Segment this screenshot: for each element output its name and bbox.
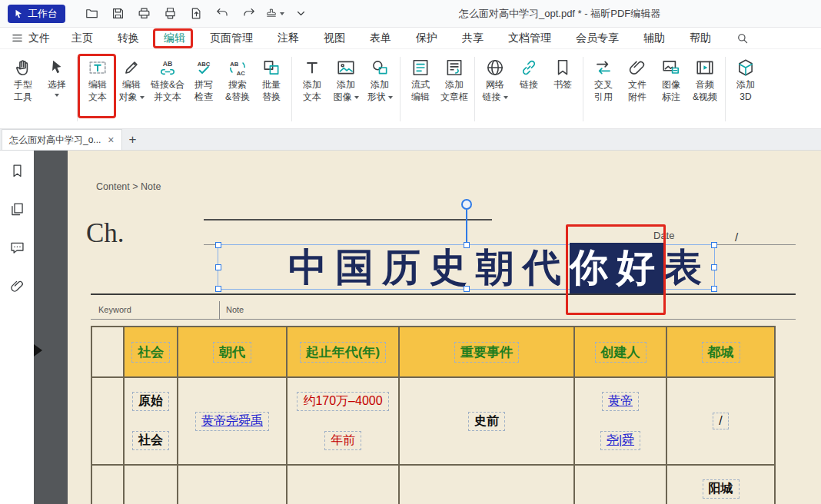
tool-link[interactable]: 链接: [512, 57, 546, 91]
menu-item-file[interactable]: 文件: [0, 28, 59, 48]
keyword-label: Keyword: [98, 305, 131, 314]
workspace-button-label: 工作台: [28, 7, 58, 21]
ribbon-separator: [291, 57, 292, 121]
table-cell-dynasty[interactable]: 黄帝尧舜禹: [178, 378, 288, 466]
tool-spell-check[interactable]: ABC 拼写 检查: [187, 57, 221, 103]
menu-item-edit[interactable]: 编辑: [151, 28, 198, 48]
export-button[interactable]: [187, 4, 206, 23]
tool-flow-edit[interactable]: 流式 编辑: [404, 57, 437, 103]
dropdown-caret-icon: [504, 96, 508, 99]
tool-link-merge-text[interactable]: AB 链接&合 并文本: [148, 57, 187, 103]
window-title: 怎么面对高中学习_opt.pdf * - 福昕PDF编辑器: [459, 0, 660, 28]
resize-handle[interactable]: [464, 242, 470, 248]
text-selection-box[interactable]: 中国历史朝代你好表: [218, 244, 715, 290]
stamp-icon: [265, 6, 278, 21]
quick-print-button[interactable]: [161, 4, 180, 23]
tab-close-icon[interactable]: ×: [108, 134, 114, 145]
menu-item-convert[interactable]: 转换: [105, 28, 151, 48]
printer-icon: [137, 6, 151, 21]
attachments-panel-button[interactable]: [8, 277, 26, 295]
svg-text:AB: AB: [230, 61, 238, 68]
tool-search-replace[interactable]: ABAC 搜索 &替换: [221, 57, 254, 103]
resize-handle[interactable]: [711, 264, 717, 270]
foxit-cursor-icon: [13, 8, 24, 19]
tool-batch-replace[interactable]: 批量 替换: [254, 57, 288, 103]
cross-reference-icon: [593, 57, 614, 78]
menu-item-doc-manage[interactable]: 文档管理: [496, 28, 563, 48]
dropdown-caret-icon: [140, 96, 145, 99]
menu-item-form[interactable]: 表单: [357, 28, 404, 48]
title-text-selected: 你好: [570, 243, 663, 294]
table-cell-founder[interactable]: 黄帝 尧|舜: [575, 378, 667, 466]
menu-item-home[interactable]: 主页: [59, 28, 105, 48]
format-brush-button[interactable]: [265, 4, 284, 23]
resize-handle[interactable]: [464, 286, 470, 292]
tool-bookmark[interactable]: 书签: [546, 57, 580, 91]
menu-bar: 文件 主页 转换 编辑 页面管理 注释 视图 表单 保护 共享 文档管理 会员专…: [0, 28, 821, 49]
workspace-button[interactable]: 工作台: [8, 5, 65, 23]
menu-item-share[interactable]: 共享: [450, 28, 496, 48]
menu-item-view[interactable]: 视图: [311, 28, 357, 48]
print-button[interactable]: [135, 4, 154, 23]
menu-item-page-manage[interactable]: 页面管理: [198, 28, 265, 48]
tool-cross-reference[interactable]: 交叉 引用: [587, 57, 620, 103]
undo-button[interactable]: [213, 4, 232, 23]
table-cell-capital-row2[interactable]: 阳城: [667, 466, 776, 504]
dynasty-table: 社会 朝代 起止年代(年) 重要事件 创建人 都城 原始 社会 黄帝尧舜禹 约1…: [91, 326, 776, 504]
printer-page-icon: [163, 6, 178, 21]
table-cell-empty: [178, 466, 288, 504]
menu-item-member[interactable]: 会员专享: [563, 28, 631, 48]
resize-handle[interactable]: [215, 286, 221, 292]
resize-handle[interactable]: [711, 242, 717, 248]
menu-item-comment[interactable]: 注释: [265, 28, 311, 48]
tool-add-article-box[interactable]: 添加 文章框: [437, 57, 471, 103]
menu-item-help[interactable]: 帮助: [677, 28, 723, 48]
document-title-text[interactable]: 中国历史朝代你好表: [288, 248, 710, 287]
tool-web-link[interactable]: 网络 链接: [478, 57, 512, 103]
search-button[interactable]: [733, 28, 752, 48]
navigation-panel: [0, 151, 34, 504]
paperclip-icon: [627, 57, 648, 78]
save-button[interactable]: [108, 4, 128, 23]
tool-image-annotation[interactable]: 图像 标注: [654, 57, 688, 103]
open-file-button[interactable]: [82, 4, 101, 23]
resize-handle[interactable]: [215, 242, 221, 248]
tool-add-image[interactable]: 添加 图像: [329, 57, 363, 103]
menu-item-protect[interactable]: 保护: [404, 28, 450, 48]
tool-file-attachment[interactable]: 文件 附件: [620, 57, 654, 103]
table-cell-capital[interactable]: /: [667, 378, 776, 466]
search-icon: [736, 32, 750, 45]
pdf-page[interactable]: Content > Note Ch. Date / 中国历史朝代你好表 Keyw…: [68, 151, 821, 504]
tool-audio-video[interactable]: 音频 &视频: [688, 57, 722, 103]
page-breadcrumb: Content > Note: [96, 181, 161, 192]
table-cell-events[interactable]: 史前: [400, 378, 575, 466]
table-header-years: 起止年代(年): [288, 327, 400, 378]
tool-add-text[interactable]: 添加 文本: [295, 57, 329, 103]
tool-add-3d[interactable]: 添加 3D: [729, 57, 763, 103]
redo-button[interactable]: [239, 4, 258, 23]
resize-handle[interactable]: [215, 264, 221, 270]
tool-hand[interactable]: 手型 工具: [6, 57, 40, 103]
resize-handle[interactable]: [711, 286, 717, 292]
cursor-icon: [46, 57, 68, 78]
new-tab-button[interactable]: +: [122, 129, 144, 150]
tool-select[interactable]: 选择: [40, 57, 74, 97]
share-page-icon: [189, 6, 204, 21]
ruled-line: [91, 293, 796, 295]
comments-panel-button[interactable]: [8, 238, 26, 257]
rotation-handle[interactable]: [461, 199, 472, 210]
tool-edit-object[interactable]: 编辑 对象: [115, 57, 148, 103]
menu-item-assist[interactable]: 辅助: [631, 28, 677, 48]
bookmarks-panel-button[interactable]: [8, 161, 26, 180]
tool-edit-text[interactable]: 编辑 文本: [81, 57, 115, 103]
table-cell-years[interactable]: 约170万–4000 年前: [288, 378, 400, 466]
hamburger-icon: [11, 32, 24, 45]
table-cell-society[interactable]: 原始 社会: [125, 378, 178, 466]
menu-file-label: 文件: [28, 32, 50, 45]
document-tab[interactable]: 怎么面对高中学习_o... ×: [2, 129, 122, 150]
pages-panel-button[interactable]: [8, 200, 26, 218]
tool-add-shape[interactable]: 添加 形状: [363, 57, 397, 103]
panel-expand-arrow[interactable]: [34, 344, 42, 356]
add-text-icon: [301, 57, 323, 78]
more-tools-button[interactable]: [291, 4, 311, 23]
